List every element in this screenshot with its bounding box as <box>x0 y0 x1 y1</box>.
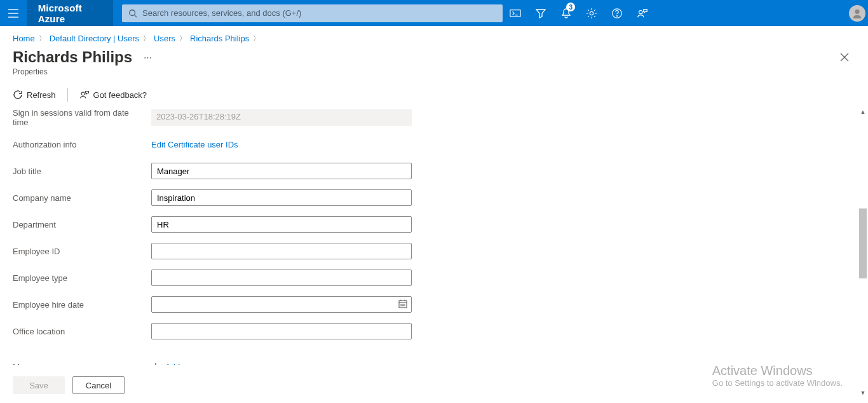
breadcrumb-home[interactable]: Home <box>13 34 35 43</box>
company-name-label: Company name <box>13 193 151 203</box>
chevron-right-icon: 〉 <box>253 34 260 43</box>
employee-hire-date-label: Employee hire date <box>13 300 151 310</box>
command-bar: Refresh Got feedback? <box>0 81 868 103</box>
vertical-scrollbar[interactable]: ▲ ▼ <box>858 107 868 398</box>
directories-button[interactable] <box>528 0 553 26</box>
breadcrumb-users[interactable]: Users <box>154 34 175 43</box>
hamburger-icon <box>8 9 18 18</box>
employee-type-input[interactable] <box>151 270 412 286</box>
help-button[interactable] <box>604 0 630 26</box>
page-title: Richards Philips <box>13 48 132 66</box>
job-title-label: Job title <box>13 167 151 176</box>
add-manager-label: Add manager <box>165 362 215 365</box>
menu-toggle[interactable] <box>0 0 27 26</box>
svg-point-10 <box>639 10 642 13</box>
office-location-label: Office location <box>13 327 151 336</box>
breadcrumb: Home 〉 Default Directory | Users 〉 Users… <box>0 26 868 48</box>
filter-icon <box>535 8 546 18</box>
employee-id-input[interactable] <box>151 243 412 259</box>
brand-label[interactable]: Microsoft Azure <box>27 0 113 26</box>
properties-form: Sign in sessions valid from date time 20… <box>13 107 850 365</box>
person-feedback-icon <box>79 90 90 100</box>
gear-icon <box>586 8 597 19</box>
scroll-up-arrow-icon[interactable]: ▲ <box>858 107 868 117</box>
title-bar: Richards Philips ⋯ <box>0 48 868 67</box>
office-location-input[interactable] <box>151 323 412 339</box>
chevron-right-icon: 〉 <box>179 34 186 43</box>
chevron-right-icon: 〉 <box>39 34 46 43</box>
search-icon <box>128 9 137 18</box>
svg-point-11 <box>855 9 859 13</box>
refresh-icon <box>13 90 23 100</box>
breadcrumb-current[interactable]: Richards Philips <box>190 34 249 43</box>
global-search[interactable] <box>122 4 503 22</box>
svg-point-7 <box>590 11 593 15</box>
manager-label: Manager <box>13 362 151 365</box>
employee-hire-date-input[interactable] <box>151 296 412 313</box>
department-label: Department <box>13 220 151 229</box>
breadcrumb-directory[interactable]: Default Directory | Users <box>50 34 139 43</box>
scroll-down-arrow-icon[interactable]: ▼ <box>858 388 868 398</box>
calendar-picker-button[interactable] <box>398 299 408 309</box>
employee-id-label: Employee ID <box>13 247 151 256</box>
settings-button[interactable] <box>579 0 604 26</box>
svg-point-9 <box>617 15 618 16</box>
scrollbar-thumb[interactable] <box>859 208 867 278</box>
plus-icon <box>151 362 160 365</box>
chevron-right-icon: 〉 <box>143 34 150 43</box>
svg-line-4 <box>135 15 137 17</box>
edit-certificate-link[interactable]: Edit Certificate user IDs <box>151 140 238 149</box>
search-input[interactable] <box>142 8 496 18</box>
job-title-input[interactable] <box>151 163 412 179</box>
svg-rect-5 <box>510 10 520 17</box>
cloud-shell-button[interactable] <box>503 0 528 26</box>
avatar-icon <box>849 5 865 22</box>
company-name-input[interactable] <box>151 189 412 206</box>
svg-point-3 <box>130 10 135 15</box>
top-right-actions: 3 <box>503 0 655 26</box>
watermark-title: Activate Windows <box>712 364 843 378</box>
page-subtitle: Properties <box>0 67 868 81</box>
feedback-button[interactable] <box>630 0 655 26</box>
person-feedback-icon <box>637 8 648 19</box>
feedback-label: Got feedback? <box>93 90 147 100</box>
cancel-button[interactable]: Cancel <box>72 376 125 394</box>
help-icon <box>611 8 623 19</box>
add-manager-button[interactable]: Add manager <box>151 362 412 365</box>
svg-point-14 <box>81 92 85 95</box>
watermark-sub: Go to Settings to activate Windows. <box>712 378 843 388</box>
notifications-button[interactable]: 3 <box>553 0 579 26</box>
calendar-icon <box>398 299 408 309</box>
employee-type-label: Employee type <box>13 273 151 283</box>
more-actions-button[interactable]: ⋯ <box>144 53 153 62</box>
save-button[interactable]: Save <box>13 376 65 394</box>
windows-activation-watermark: Activate Windows Go to Settings to activ… <box>712 364 843 388</box>
close-icon <box>840 53 849 62</box>
sign-in-sessions-label: Sign in sessions valid from date time <box>13 108 151 127</box>
sign-in-sessions-value: 2023-03-26T18:28:19Z <box>151 109 412 126</box>
toolbar-divider <box>67 88 68 102</box>
refresh-button[interactable]: Refresh <box>13 90 56 100</box>
cloud-shell-icon <box>510 9 521 18</box>
top-bar: Microsoft Azure 3 <box>0 0 868 26</box>
notification-badge: 3 <box>566 3 575 11</box>
department-input[interactable] <box>151 216 412 233</box>
close-blade-button[interactable] <box>840 53 849 62</box>
refresh-label: Refresh <box>27 90 56 100</box>
account-button[interactable] <box>846 0 868 26</box>
got-feedback-button[interactable]: Got feedback? <box>79 90 147 100</box>
authorization-info-label: Authorization info <box>13 140 151 149</box>
